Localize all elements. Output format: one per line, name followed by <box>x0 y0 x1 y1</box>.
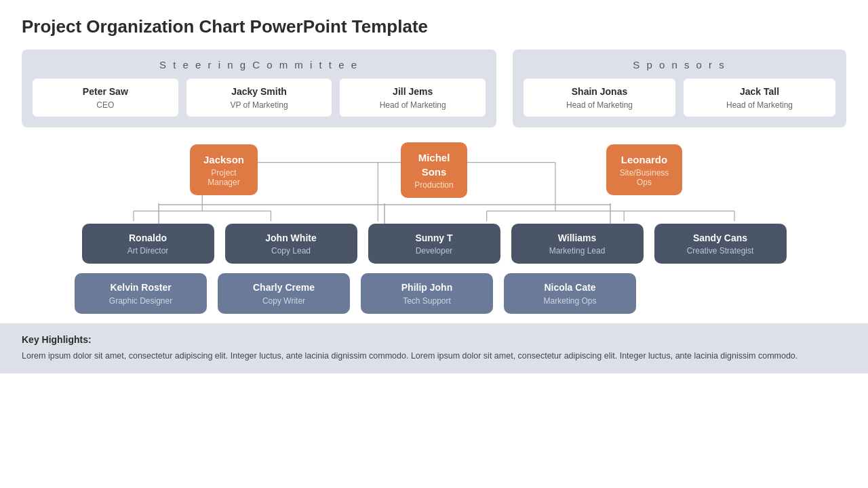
top-section: S t e e r i n g C o m m i t t e e Peter … <box>22 49 846 127</box>
sub-leads-row: Kelvin Roster Graphic Designer Charly Cr… <box>75 273 793 314</box>
manager-card-1: Michel Sons Production <box>401 142 467 198</box>
lead-card-4: Sandy Cans Creative Strategist <box>654 224 787 264</box>
steering-member-2: Jill Jems Head of Marketing <box>340 79 486 117</box>
org-chart: Jackson Project Manager Michel Sons Prod… <box>22 142 846 314</box>
leads-row: Ronaldo Art Director John White Copy Lea… <box>75 224 793 264</box>
steering-committee-cards: Peter Saw CEO Jacky Smith VP of Marketin… <box>33 79 486 117</box>
line-connector-area <box>22 203 846 224</box>
key-highlights-section: Key Highlights: Lorem ipsum dolor sit am… <box>0 323 868 373</box>
lead-card-2: Sunny T Developer <box>368 224 500 264</box>
managers-row: Jackson Project Manager Michel Sons Prod… <box>22 142 846 198</box>
steering-member-1: Jacky Smith VP of Marketing <box>186 79 332 117</box>
steering-committee-panel: S t e e r i n g C o m m i t t e e Peter … <box>22 49 496 127</box>
sponsor-member-0: Shain Jonas Head of Marketing <box>524 79 675 117</box>
manager-card-0: Jackson Project Manager <box>190 144 258 195</box>
sponsors-cards: Shain Jonas Head of Marketing Jack Tall … <box>524 79 835 117</box>
manager-card-2: Leonardo Site/Business Ops <box>606 144 683 195</box>
page-title: Project Organization Chart PowerPoint Te… <box>22 16 846 37</box>
sub-lead-card-1: Charly Creme Copy Writer <box>218 273 350 314</box>
sponsor-member-1: Jack Tall Head of Marketing <box>684 79 835 117</box>
sub-lead-card-3: Nicola Cate Marketing Ops <box>504 273 636 314</box>
lead-card-3: Williams Marketing Lead <box>511 224 644 264</box>
lead-card-1: John White Copy Lead <box>225 224 357 264</box>
steering-committee-title: S t e e r i n g C o m m i t t e e <box>33 59 486 70</box>
lead-card-0: Ronaldo Art Director <box>82 224 214 264</box>
key-highlights-text: Lorem ipsum dolor sit amet, consectetur … <box>22 349 846 363</box>
branch-lines <box>22 203 846 224</box>
steering-member-0: Peter Saw CEO <box>33 79 178 117</box>
key-highlights-title: Key Highlights: <box>22 334 846 345</box>
sub-lead-card-0: Kelvin Roster Graphic Designer <box>75 273 207 314</box>
sub-lead-card-2: Philip John Tech Support <box>361 273 493 314</box>
sponsors-title: S p o n s o r s <box>524 59 835 70</box>
sponsors-panel: S p o n s o r s Shain Jonas Head of Mark… <box>513 49 846 127</box>
